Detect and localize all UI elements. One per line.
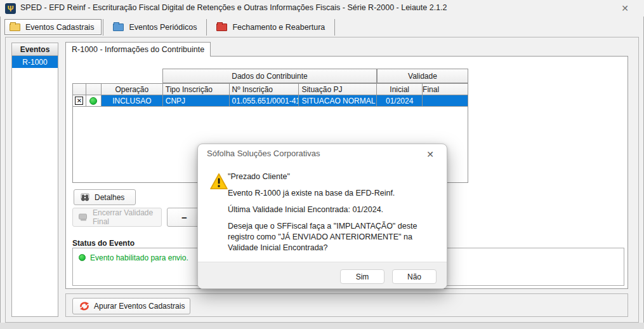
tab-separator [334, 19, 335, 36]
status-do-evento-label: Status do Evento [72, 239, 135, 248]
events-sidebar: Eventos R-1000 [11, 43, 58, 317]
binoculars-icon [80, 193, 90, 202]
tab-eventos-periodicos[interactable]: Eventos Periódicos [105, 19, 205, 36]
dialog-message: "Prezado Cliente" Evento R-1000 já exist… [228, 171, 438, 259]
minus-icon: − [181, 212, 187, 223]
dialog-line: "Prezado Cliente" [228, 171, 438, 182]
dialog-line: Deseja que o SFFiscal faça a "IMPLANTAÇÃ… [228, 221, 438, 253]
cell-num-inscricao[interactable]: 01.055.651/0001-41 [230, 95, 299, 106]
cell-operacao[interactable]: INCLUSAO [102, 95, 163, 106]
sidebar-item-r1000[interactable]: R-1000 [12, 56, 58, 68]
encerrar-label: Encerrar Validade Final [93, 208, 161, 226]
confirmation-dialog: Sófolha Soluções Corporativas ✕ "Prezado… [197, 144, 447, 289]
encerrar-validade-final-button[interactable]: Encerrar Validade Final [72, 208, 162, 227]
window-title: SPED - EFD Reinf - Escrituração Fiscal D… [20, 3, 447, 12]
green-dot-icon [89, 97, 97, 105]
tab-r1000-informacoes[interactable]: R-1000 - Informações do Contribuinte [65, 42, 211, 57]
dialog-line: Última Validade Inicial Encontrada: 01/2… [228, 205, 438, 215]
dialog-line: Evento R-1000 já existe na base da EFD-R… [228, 188, 438, 199]
group-header-validade: Validade [377, 69, 468, 83]
refresh-red-icon [79, 301, 89, 311]
title-bar: Ψ SPED - EFD Reinf - Escrituração Fiscal… [0, 0, 644, 17]
cell-final[interactable] [423, 95, 468, 106]
folder-blue-icon [113, 24, 124, 31]
window-bottom-band [0, 323, 644, 329]
dialog-close-icon[interactable]: ✕ [421, 147, 439, 161]
cell-situacao-pj[interactable]: SITUACAO NORMAL [299, 95, 377, 106]
warning-triangle-icon [210, 173, 228, 190]
col-num-inscricao: Nº Inscrição [230, 84, 299, 95]
content-tab-label: R-1000 - Informações do Contribuinte [72, 45, 204, 54]
sidebar-header: Eventos [12, 43, 58, 56]
tab-label: Eventos Periódicos [129, 23, 197, 32]
row-status-cell [86, 95, 102, 106]
grid-header-row: Operação Tipo Inscrição Nº Inscrição Sit… [73, 84, 468, 95]
detalhes-label: Detalhes [95, 193, 124, 202]
window-close-icon[interactable]: ✕ [614, 1, 636, 15]
cell-inicial[interactable]: 01/2024 [377, 95, 423, 106]
status-message: Evento habilitado para envio. [90, 253, 188, 262]
tab-strip: Eventos Cadastrais Eventos Periódicos Fe… [4, 18, 336, 36]
col-inicial: Inicial [377, 84, 423, 95]
col-operacao: Operação [102, 84, 163, 95]
cell-tipo-inscricao[interactable]: CNPJ [163, 95, 230, 106]
tab-label: Eventos Cadastrais [25, 23, 94, 32]
tab-fechamento-reabertura[interactable]: Fechamento e Reabertura [208, 19, 333, 36]
folder-yellow-icon [10, 24, 20, 31]
col-status [86, 84, 102, 95]
tab-separator [103, 19, 103, 36]
col-situacao-pj: Situação PJ [299, 84, 377, 95]
dialog-title: Sófolha Soluções Corporativas [207, 149, 320, 158]
table-row[interactable]: INCLUSAO CNPJ 01.055.651/0001-41 SITUACA… [73, 95, 468, 107]
apurar-eventos-cadastrais-button[interactable]: Apurar Eventos Cadastrais [72, 298, 190, 314]
bottom-strip: Apurar Eventos Cadastrais [65, 293, 628, 317]
tab-separator [206, 19, 207, 36]
checked-checkbox-icon[interactable] [75, 97, 83, 105]
col-check [73, 84, 86, 95]
col-final: Final [423, 84, 468, 95]
nao-button[interactable]: Não [392, 269, 437, 284]
monitor-gray-icon [78, 213, 88, 222]
tab-eventos-cadastrais[interactable]: Eventos Cadastrais [4, 19, 102, 35]
folder-red-icon [216, 24, 227, 31]
row-checkbox-cell[interactable] [73, 95, 86, 106]
group-header-dados-contribuinte: Dados do Contribuinte [162, 69, 377, 83]
dialog-footer: Sim Não [198, 262, 447, 288]
sim-button[interactable]: Sim [340, 269, 384, 284]
green-dot-icon [79, 254, 86, 261]
apurar-label: Apurar Eventos Cadastrais [94, 302, 185, 311]
tab-label: Fechamento e Reabertura [232, 23, 325, 32]
app-window: Ψ SPED - EFD Reinf - Escrituração Fiscal… [0, 0, 644, 329]
col-tipo-inscricao: Tipo Inscrição [163, 84, 230, 95]
app-icon: Ψ [5, 3, 16, 14]
detalhes-button[interactable]: Detalhes [74, 189, 136, 205]
